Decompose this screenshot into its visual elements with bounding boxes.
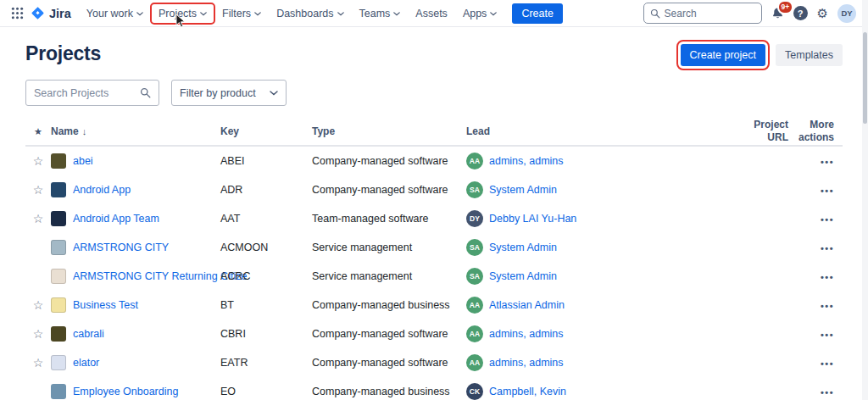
lead-link[interactable]: admins, admins [489, 357, 564, 369]
jira-logo[interactable]: Jira [29, 6, 78, 20]
nav-item-label: Projects [159, 8, 197, 19]
chevron-down-icon [254, 12, 261, 16]
star-icon[interactable]: ☆ [33, 356, 44, 369]
star-icon[interactable]: ☆ [33, 212, 44, 225]
search-projects-placeholder: Search Projects [34, 87, 108, 99]
nav-item-label: Apps [463, 8, 487, 19]
primary-nav: Your workProjectsFiltersDashboardsTeamsA… [80, 4, 504, 23]
lead-column-header: Lead [466, 125, 737, 137]
page-header-actions: Create project Templates [681, 44, 843, 66]
create-button[interactable]: Create [512, 3, 563, 24]
project-key: AAT [220, 213, 312, 225]
lead-cell: DY Debby LAI Yu-Han [466, 210, 737, 227]
jira-logo-icon [31, 6, 45, 20]
grid-icon [11, 7, 24, 19]
chevron-down-icon [136, 12, 143, 16]
project-name-link[interactable]: Employee Onboarding [73, 386, 178, 397]
more-actions-button[interactable]: ••• [821, 243, 834, 253]
projects-toolbar: Search Projects Filter by product [25, 80, 843, 106]
more-actions-button[interactable]: ••• [821, 186, 834, 196]
top-navigation-bar: Jira Your workProjectsFiltersDashboardsT… [0, 0, 868, 27]
more-cell: ••• [788, 153, 843, 169]
star-cell: ☆ [25, 154, 51, 168]
search-projects-input[interactable]: Search Projects [25, 80, 159, 106]
project-type: Company-managed software [312, 155, 466, 167]
star-icon[interactable]: ☆ [33, 183, 44, 197]
more-actions-button[interactable]: ••• [821, 387, 834, 397]
more-actions-button[interactable]: ••• [821, 330, 834, 340]
user-avatar[interactable]: DY [837, 4, 856, 23]
nav-item-assets[interactable]: Assets [409, 4, 454, 23]
help-button[interactable]: ? [793, 6, 808, 20]
project-name-link[interactable]: Android App Team [73, 213, 159, 225]
table-row: ☆ ARMSTRONG CITY Returning Citize ACRC S… [25, 262, 843, 291]
star-icon[interactable]: ☆ [33, 327, 44, 341]
more-actions-button[interactable]: ••• [821, 301, 834, 311]
templates-button[interactable]: Templates [776, 44, 843, 66]
global-search-placeholder: Search [665, 8, 697, 19]
project-type: Company-managed business [312, 299, 466, 311]
global-search-input[interactable]: Search [643, 3, 762, 24]
lead-cell: CK Campbell, Kevin [466, 383, 737, 400]
lead-link[interactable]: Campbell, Kevin [489, 386, 566, 397]
nav-item-your-work[interactable]: Your work [80, 4, 150, 23]
nav-item-dashboards[interactable]: Dashboards [270, 4, 350, 23]
more-actions-button[interactable]: ••• [821, 214, 834, 225]
question-icon: ? [798, 8, 804, 19]
lead-link[interactable]: admins, admins [489, 155, 564, 167]
app-switcher-icon[interactable] [7, 3, 27, 24]
project-key: BT [220, 299, 312, 311]
star-cell: ☆ [25, 356, 51, 369]
lead-link[interactable]: Debby LAI Yu-Han [489, 213, 576, 225]
project-name-link[interactable]: ARMSTRONG CITY [73, 242, 169, 253]
create-project-button[interactable]: Create project [681, 44, 766, 66]
project-name-link[interactable]: elator [73, 357, 99, 369]
project-name-link[interactable]: cabrali [73, 328, 104, 340]
more-actions-button[interactable]: ••• [821, 157, 834, 167]
more-cell: ••• [788, 355, 843, 370]
more-cell: ••• [788, 182, 843, 197]
lead-link[interactable]: Atlassian Admin [489, 299, 565, 311]
project-type: Service management [312, 270, 466, 282]
project-name-link[interactable]: Android App [73, 184, 131, 196]
name-column-header[interactable]: Name ↓ [51, 125, 220, 137]
nav-item-filters[interactable]: Filters [215, 4, 268, 23]
filter-by-product-select[interactable]: Filter by product [171, 80, 287, 106]
lead-link[interactable]: admins, admins [489, 328, 564, 340]
nav-item-apps[interactable]: Apps [456, 4, 504, 23]
project-key: EO [220, 386, 312, 397]
lead-avatar: AA [466, 354, 483, 371]
table-header-row: ★ Name ↓ Key Type Lead Project URL More … [25, 118, 843, 147]
star-cell: ☆ [25, 241, 51, 254]
project-icon [51, 297, 66, 313]
project-key: ADR [220, 184, 312, 196]
notifications-button[interactable]: 9+ [771, 7, 784, 19]
name-cell: ARMSTRONG CITY Returning Citize [51, 269, 220, 284]
lead-link[interactable]: System Admin [489, 184, 557, 196]
nav-item-teams[interactable]: Teams [353, 4, 408, 23]
project-icon [51, 153, 66, 169]
project-name-link[interactable]: abei [73, 155, 93, 167]
more-actions-button[interactable]: ••• [821, 358, 834, 369]
scrollbar-thumb[interactable] [863, 32, 867, 124]
star-icon[interactable]: ☆ [33, 298, 44, 312]
name-cell: Employee Onboarding [51, 384, 220, 399]
star-icon[interactable]: ☆ [33, 154, 44, 168]
name-header-label: Name [51, 125, 79, 137]
project-icon [51, 240, 66, 255]
nav-item-label: Your work [86, 8, 133, 19]
project-key: CBRI [220, 328, 312, 340]
project-name-link[interactable]: Business Test [73, 299, 138, 311]
jira-logo-text: Jira [49, 7, 71, 20]
notification-badge: 9+ [777, 0, 794, 14]
sort-descending-icon: ↓ [82, 126, 87, 136]
lead-link[interactable]: System Admin [489, 270, 557, 282]
lead-cell: SA System Admin [466, 181, 737, 198]
key-column-header: Key [220, 125, 312, 137]
settings-button[interactable]: ⚙ [817, 7, 828, 19]
lead-link[interactable]: System Admin [489, 242, 557, 253]
nav-item-projects[interactable]: Projects [152, 4, 214, 23]
project-key: ABEI [220, 155, 312, 167]
more-actions-button[interactable]: ••• [821, 272, 834, 282]
type-column-header: Type [312, 125, 466, 137]
